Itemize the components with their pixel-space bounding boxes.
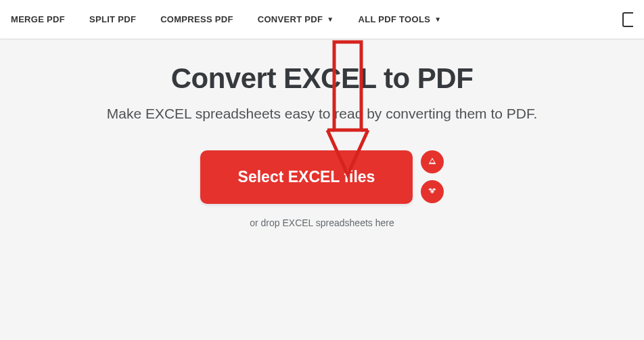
google-drive-button[interactable] — [421, 150, 444, 173]
nav-label: SPLIT PDF — [89, 14, 136, 24]
select-files-button[interactable]: Select EXCEL files — [200, 150, 413, 204]
google-drive-icon — [427, 156, 438, 167]
upload-controls: Select EXCEL files — [0, 150, 644, 204]
caret-down-icon: ▼ — [434, 16, 441, 23]
cloud-upload-buttons — [421, 150, 444, 203]
caret-down-icon: ▼ — [327, 16, 334, 23]
drop-hint-text: or drop EXCEL spreadsheets here — [0, 217, 644, 228]
page-subtitle: Make EXCEL spreadsheets easy to read by … — [0, 106, 644, 122]
page-title: Convert EXCEL to PDF — [0, 62, 644, 95]
nav-split-pdf[interactable]: SPLIT PDF — [89, 14, 136, 24]
top-navigation: MERGE PDF SPLIT PDF COMPRESS PDF CONVERT… — [0, 0, 644, 39]
nav-label: CONVERT PDF — [258, 14, 323, 24]
dropbox-icon — [427, 186, 438, 197]
nav-merge-pdf[interactable]: MERGE PDF — [11, 14, 65, 24]
device-icon[interactable] — [622, 12, 633, 27]
nav-label: ALL PDF TOOLS — [358, 14, 430, 24]
nav-all-pdf-tools[interactable]: ALL PDF TOOLS ▼ — [358, 14, 441, 24]
nav-label: MERGE PDF — [11, 14, 65, 24]
nav-compress-pdf[interactable]: COMPRESS PDF — [160, 14, 233, 24]
nav-convert-pdf[interactable]: CONVERT PDF ▼ — [258, 14, 334, 24]
dropbox-button[interactable] — [421, 180, 444, 203]
main-content: Convert EXCEL to PDF Make EXCEL spreadsh… — [0, 39, 644, 228]
nav-label: COMPRESS PDF — [160, 14, 233, 24]
